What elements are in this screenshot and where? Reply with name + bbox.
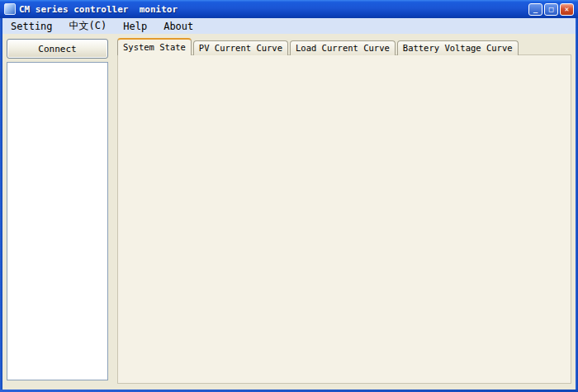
app-icon (4, 3, 16, 15)
menu-help[interactable]: Help (115, 19, 155, 34)
maximize-button-icon[interactable]: □ (544, 3, 558, 16)
menu-bar: Setting 中文(C) Help About (2, 18, 576, 34)
menu-language[interactable]: 中文(C) (61, 17, 116, 35)
menu-about[interactable]: About (155, 19, 201, 34)
system-state-panel (117, 54, 571, 384)
app-window: CM series controller monitor _ □ ✕ Setti… (0, 0, 578, 392)
window-border-left (0, 18, 2, 392)
minimize-button-icon[interactable]: _ (528, 3, 542, 16)
tab-load-current-curve[interactable]: Load Current Curve (290, 40, 396, 55)
connect-button[interactable]: Connect (7, 39, 108, 59)
close-button-icon[interactable]: ✕ (560, 3, 574, 16)
tab-system-state[interactable]: System State (117, 38, 192, 55)
window-title: CM series controller monitor (19, 4, 178, 15)
title-bar: CM series controller monitor _ □ ✕ (0, 0, 578, 18)
menu-setting[interactable]: Setting (2, 19, 61, 34)
tab-pv-current-curve[interactable]: PV Current Curve (193, 40, 288, 55)
device-list[interactable] (7, 62, 108, 380)
tab-battery-voltage-curve[interactable]: Battery Voltage Curve (397, 40, 519, 55)
tab-strip: System State PV Current Curve Load Curre… (117, 39, 520, 55)
